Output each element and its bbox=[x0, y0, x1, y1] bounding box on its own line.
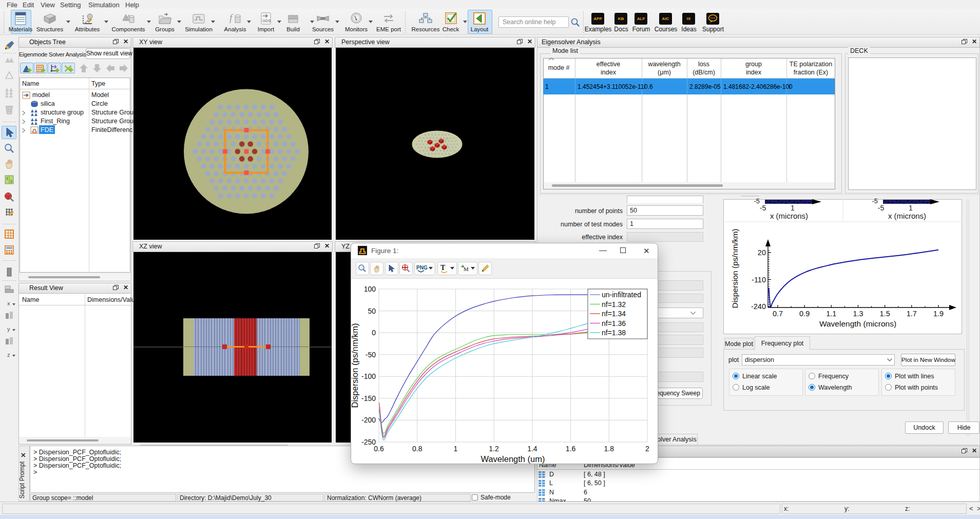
svg-text:nf=1.36: nf=1.36 bbox=[602, 319, 626, 328]
svg-text:1: 1 bbox=[6, 177, 8, 180]
svg-text:-5: -5 bbox=[872, 197, 878, 205]
svg-text:50: 50 bbox=[368, 307, 376, 315]
svg-text:0.8: 0.8 bbox=[412, 445, 422, 453]
svg-text:20: 20 bbox=[758, 248, 766, 257]
svg-text:-100: -100 bbox=[361, 372, 376, 380]
svg-text:1: 1 bbox=[791, 204, 795, 212]
svg-text:-240: -240 bbox=[751, 302, 766, 311]
svg-text:-200: -200 bbox=[361, 416, 376, 424]
svg-text:1.1: 1.1 bbox=[826, 310, 836, 318]
svg-text:T: T bbox=[440, 264, 446, 272]
svg-text:0: 0 bbox=[372, 329, 376, 337]
svg-text:nf=1.38: nf=1.38 bbox=[602, 329, 626, 337]
svg-text:M: M bbox=[464, 266, 469, 272]
svg-text:PNG: PNG bbox=[416, 265, 428, 271]
svg-text:100: 100 bbox=[364, 285, 376, 293]
svg-text:0.9: 0.9 bbox=[799, 310, 810, 318]
svg-text:un-infiltrated: un-infiltrated bbox=[602, 291, 641, 299]
svg-text:2: 2 bbox=[645, 445, 649, 453]
svg-text:-5: -5 bbox=[878, 204, 885, 212]
svg-text:1: 1 bbox=[454, 445, 458, 453]
svg-text:-150: -150 bbox=[361, 394, 376, 402]
svg-text:2: 2 bbox=[10, 180, 12, 183]
svg-text:nf=1.34: nf=1.34 bbox=[602, 310, 626, 318]
svg-text:1.4: 1.4 bbox=[527, 445, 537, 453]
svg-text:1.5: 1.5 bbox=[880, 310, 890, 318]
svg-text:1.7: 1.7 bbox=[907, 310, 917, 318]
svg-text:GDS: GDS bbox=[262, 18, 271, 23]
svg-text:1.2: 1.2 bbox=[489, 445, 499, 453]
svg-text:Dispersion (ps/nm/km): Dispersion (ps/nm/km) bbox=[731, 228, 739, 308]
svg-text:-110: -110 bbox=[752, 276, 766, 284]
svg-text:x (microns): x (microns) bbox=[888, 212, 926, 220]
svg-text:x (microns): x (microns) bbox=[770, 212, 808, 220]
svg-text:-5: -5 bbox=[760, 204, 766, 212]
svg-text:Dispersion (ps/nm/km): Dispersion (ps/nm/km) bbox=[350, 323, 359, 408]
svg-text:-250: -250 bbox=[361, 438, 376, 446]
svg-text:1.8: 1.8 bbox=[604, 445, 614, 453]
svg-text:1.3: 1.3 bbox=[853, 310, 863, 318]
svg-text:f: f bbox=[229, 12, 234, 23]
svg-text:1: 1 bbox=[909, 204, 913, 212]
svg-text:nf=1.32: nf=1.32 bbox=[602, 300, 626, 309]
svg-text:Wavelength (microns): Wavelength (microns) bbox=[819, 319, 896, 328]
svg-text:-5: -5 bbox=[754, 197, 760, 205]
svg-text:1.6: 1.6 bbox=[566, 445, 576, 453]
svg-text:1.9: 1.9 bbox=[933, 310, 944, 318]
svg-text:Wavelength (um): Wavelength (um) bbox=[481, 454, 545, 464]
svg-text:-50: -50 bbox=[366, 351, 376, 359]
svg-text:0.7: 0.7 bbox=[773, 310, 783, 318]
